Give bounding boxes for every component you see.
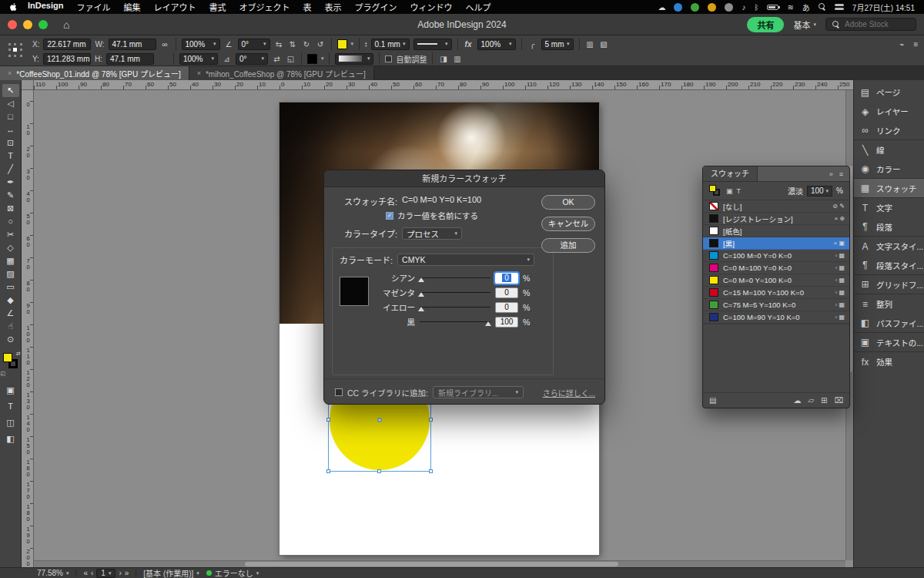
channel-value-field[interactable]: 0 bbox=[495, 302, 518, 313]
channel-slider[interactable] bbox=[420, 318, 490, 326]
volume-icon[interactable]: ♪ bbox=[742, 3, 745, 12]
channel-value-field[interactable]: 100 bbox=[495, 317, 518, 328]
stroke-width-field[interactable]: 0.1 mm▾ bbox=[371, 39, 410, 50]
pencil-tool[interactable]: ✎ bbox=[2, 189, 19, 202]
close-tab-icon[interactable]: × bbox=[197, 69, 201, 77]
view-options-button[interactable]: ◧ bbox=[2, 433, 19, 445]
delete-swatch-icon[interactable]: ⌧ bbox=[834, 396, 843, 405]
channel-slider[interactable] bbox=[420, 274, 490, 282]
horizontal-scrollbar[interactable] bbox=[34, 560, 845, 567]
ok-button[interactable]: OK bbox=[541, 195, 595, 210]
cc-libraries-icon[interactable]: ☁ bbox=[793, 396, 801, 405]
channel-slider[interactable] bbox=[420, 289, 490, 297]
menu-item[interactable]: 編集 bbox=[123, 1, 140, 13]
menu-item[interactable]: ファイル bbox=[76, 1, 110, 13]
note-tool[interactable]: ▭ bbox=[2, 281, 19, 294]
zoom-level-dropdown[interactable]: 77.58%▾ bbox=[37, 569, 69, 577]
add-button[interactable]: 追加 bbox=[541, 238, 595, 253]
gradient-dropdown[interactable]: ▾ bbox=[335, 53, 373, 65]
panel-pages[interactable]: ▤ ページ bbox=[854, 82, 924, 102]
gray-app-icon[interactable] bbox=[725, 3, 733, 12]
gap-tool[interactable]: ↔ bbox=[2, 123, 19, 136]
color-mode-dropdown[interactable]: CMYK▾ bbox=[397, 254, 534, 266]
menu-item[interactable]: ヘルプ bbox=[465, 1, 490, 13]
free-transform-tool[interactable]: ◇ bbox=[2, 241, 19, 254]
home-icon[interactable]: ⌂ bbox=[63, 18, 69, 31]
menu-bar-clock[interactable]: 7月27日(土) 14:51 bbox=[852, 2, 915, 13]
preflight-status[interactable]: エラーなし ▾ bbox=[206, 567, 259, 578]
swap-fill-stroke-icon[interactable]: ⇄ bbox=[16, 351, 21, 357]
panel-pathfinder[interactable]: ◧ パスファイ... bbox=[854, 314, 924, 333]
panel-links[interactable]: ∞ リンク bbox=[854, 121, 924, 140]
dialog-title[interactable]: 新規カラースウォッチ bbox=[324, 170, 604, 187]
page-tool[interactable]: □ bbox=[2, 110, 19, 123]
swatch-red[interactable]: C=15 M=100 Y=100 K=0 ▫ ▦ bbox=[703, 287, 849, 299]
page-number-dropdown[interactable]: 1▾ bbox=[96, 569, 116, 578]
swap-fill-stroke-button[interactable]: ⇄ bbox=[272, 55, 282, 63]
flip-vertical-button[interactable]: ⇅ bbox=[288, 40, 298, 49]
cc-library-checkbox[interactable] bbox=[335, 388, 343, 396]
selection-handle[interactable] bbox=[326, 418, 330, 422]
control-center-icon[interactable] bbox=[835, 4, 844, 10]
swatch-black[interactable]: [黒] × ▣ bbox=[703, 237, 849, 250]
align-center-button[interactable]: ▥ bbox=[452, 55, 462, 63]
object-center-point[interactable] bbox=[378, 418, 382, 422]
formatting-text-button[interactable]: T bbox=[2, 401, 19, 412]
swatches-tab[interactable]: スウォッチ bbox=[703, 166, 758, 181]
selection-handle[interactable] bbox=[429, 418, 433, 422]
document-tab[interactable]: × *CoffeeShop_01.indd @ 78% [GPU プレビュー] bbox=[0, 66, 189, 80]
workspace-switcher[interactable]: 基本▾ bbox=[793, 18, 816, 31]
content-collector-tool[interactable]: ⊡ bbox=[2, 136, 19, 150]
slider-thumb-icon[interactable] bbox=[485, 321, 491, 326]
default-fill-stroke-button[interactable]: ◱ bbox=[286, 55, 296, 63]
y-position-field[interactable]: 121.283 mm bbox=[43, 53, 91, 65]
panel-text-wrap[interactable]: ▣ テキストの... bbox=[854, 333, 924, 352]
type-tool[interactable]: T bbox=[2, 150, 19, 163]
menu-item[interactable]: 書式 bbox=[209, 1, 226, 13]
scissors-tool[interactable]: ✂ bbox=[2, 228, 19, 241]
fill-proxy[interactable] bbox=[3, 353, 12, 362]
panel-menu-icon[interactable]: ≡ bbox=[839, 170, 843, 178]
panel-character[interactable]: T 文字 bbox=[854, 198, 924, 217]
text-wrap-none-button[interactable]: ▥ bbox=[585, 40, 595, 49]
panel-swatches[interactable]: ▦ スウォッチ bbox=[854, 179, 924, 198]
width-field[interactable]: 47.1 mm bbox=[109, 39, 156, 50]
menu-item[interactable]: レイアウト bbox=[153, 1, 196, 13]
menu-item[interactable]: プラグイン bbox=[354, 1, 397, 13]
creative-cloud-icon[interactable] bbox=[674, 3, 682, 12]
stroke-width-stepper[interactable]: ▴▾ bbox=[365, 41, 367, 47]
height-field[interactable]: 47.1 mm bbox=[106, 53, 154, 65]
reference-point-selector[interactable] bbox=[7, 42, 24, 59]
document-tab[interactable]: × *mihon_CoffeeShop @ 78% [GPU プレビュー] bbox=[189, 66, 374, 80]
green-app-icon[interactable] bbox=[691, 3, 699, 12]
menu-item[interactable]: ウィンドウ bbox=[410, 1, 452, 13]
first-page-button[interactable]: « bbox=[83, 569, 88, 577]
fill-color-swatch[interactable] bbox=[337, 39, 347, 49]
swatches-panel-header[interactable]: スウォッチ » ≡ bbox=[703, 166, 849, 182]
color-type-dropdown[interactable]: プロセス▾ bbox=[402, 227, 462, 240]
tint-field[interactable]: 100▾ bbox=[807, 186, 832, 197]
selection-tool[interactable]: ↖ bbox=[2, 84, 19, 97]
selection-handle[interactable] bbox=[429, 469, 433, 473]
gradient-tool[interactable]: ▦ bbox=[2, 254, 19, 267]
formatting-text-toggle[interactable]: T bbox=[737, 187, 742, 195]
text-wrap-bounding-button[interactable]: ▧ bbox=[599, 40, 609, 49]
rectangle-frame-tool[interactable]: ⊠ bbox=[2, 202, 19, 215]
panel-paragraph[interactable]: ¶ 段落 bbox=[854, 217, 924, 237]
minimize-window-button[interactable] bbox=[23, 20, 32, 29]
panel-effects[interactable]: fx 効果 bbox=[854, 352, 924, 371]
wifi-icon[interactable]: ≋ bbox=[787, 3, 793, 12]
menu-item[interactable]: InDesign bbox=[28, 1, 63, 13]
opacity-field[interactable]: 100%▾ bbox=[477, 39, 516, 50]
panel-stroke[interactable]: ╲ 線 bbox=[854, 140, 924, 160]
default-fill-stroke-icon[interactable]: ◱ bbox=[1, 371, 6, 377]
panel-character-styles[interactable]: A 文字スタイ... bbox=[854, 237, 924, 256]
formatting-container-toggle[interactable]: ▣ bbox=[726, 187, 733, 195]
new-color-group-icon[interactable]: ▱ bbox=[808, 396, 814, 405]
channel-value-field[interactable]: 0 bbox=[495, 287, 518, 298]
align-left-button[interactable]: ◨ bbox=[438, 55, 448, 63]
ellipse-tool[interactable]: ○ bbox=[2, 215, 19, 228]
stroke-color-swatch[interactable] bbox=[307, 54, 317, 64]
rotate-cw-button[interactable]: ↻ bbox=[302, 40, 312, 49]
swatch-paper[interactable]: [紙色] bbox=[703, 225, 849, 237]
